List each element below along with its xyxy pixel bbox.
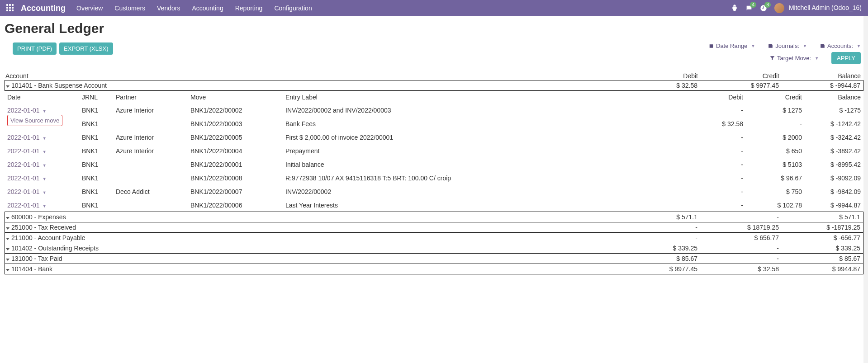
closed-accounts: 600000 - Expenses$ 571.1-$ 571.1251000 -… bbox=[5, 212, 863, 274]
jrnl-cell: BNK1 bbox=[82, 188, 116, 195]
page-title: General Ledger bbox=[5, 21, 863, 36]
move-cell: BNK1/2022/00006 bbox=[190, 202, 285, 209]
app-name[interactable]: Accounting bbox=[21, 4, 66, 13]
lines-header: Date JRNL Partner Move Entry Label Debit… bbox=[5, 91, 863, 104]
print-pdf-button[interactable]: PRINT (PDF) bbox=[13, 42, 57, 55]
credit-cell: $ 656.77 bbox=[697, 234, 779, 241]
move-cell: BNK1/2022/00005 bbox=[190, 134, 285, 141]
date-link[interactable]: 2022-01-01 bbox=[7, 147, 40, 155]
jrnl-cell: BNK1 bbox=[82, 161, 116, 168]
account-row-collapsed[interactable]: 101402 - Outstanding Receipts$ 339.25-$ … bbox=[5, 243, 863, 254]
menu-reporting[interactable]: Reporting bbox=[235, 5, 263, 12]
debit-cell: - bbox=[684, 202, 743, 209]
credit-cell: - bbox=[697, 255, 779, 262]
partner-cell bbox=[116, 202, 190, 209]
debit-cell: - bbox=[684, 134, 743, 141]
caret-down-icon: ▼ bbox=[43, 163, 47, 168]
debit-cell: - bbox=[616, 224, 697, 231]
menu-configuration[interactable]: Configuration bbox=[274, 5, 312, 12]
credit-cell: $ 96.67 bbox=[743, 174, 802, 182]
partner-cell bbox=[116, 174, 190, 182]
date-link[interactable]: 2022-01-01 bbox=[7, 188, 40, 195]
caret-down-icon bbox=[6, 259, 9, 261]
caret-down-icon: ▼ bbox=[43, 109, 47, 113]
menu-customers[interactable]: Customers bbox=[114, 5, 145, 12]
balance-cell: $ -9842.09 bbox=[802, 188, 861, 195]
menu-vendors[interactable]: Vendors bbox=[157, 5, 180, 12]
ledger-line: 2022-01-01▼BNK1BNK1/2022/00008R:9772938 … bbox=[5, 171, 863, 185]
col-line-credit: Credit bbox=[743, 94, 802, 101]
jrnl-cell: BNK1 bbox=[82, 120, 116, 127]
ledger-line: BNK1BNK1/2022/00003Bank Fees$ 32.58-$ -1… bbox=[5, 117, 863, 131]
balance-cell: $ 339.25 bbox=[779, 245, 860, 252]
activities-icon[interactable]: 8 bbox=[760, 5, 767, 12]
entry-cell: R:9772938 10/07 AX 9415116318 T:5 BRT: 1… bbox=[285, 174, 684, 182]
account-row-collapsed[interactable]: 251000 - Tax Received-$ 18719.25$ -18719… bbox=[5, 222, 863, 233]
move-cell: BNK1/2022/00003 bbox=[190, 120, 285, 127]
filter-target-move[interactable]: Target Move:▼ bbox=[769, 55, 819, 61]
filter-accounts[interactable]: Accounts:▼ bbox=[820, 42, 861, 49]
date-link[interactable]: 2022-01-01 bbox=[7, 107, 40, 114]
col-date: Date bbox=[7, 94, 82, 101]
debug-icon[interactable] bbox=[731, 4, 738, 13]
partner-cell: Azure Interior bbox=[116, 107, 190, 114]
ledger-line: 2022-01-01▼BNK1Azure InteriorBNK1/2022/0… bbox=[5, 144, 863, 158]
entry-cell: Initial balance bbox=[285, 161, 684, 168]
account-row-expanded[interactable]: 101401 - Bank Suspense Account $ 32.58 $… bbox=[5, 80, 863, 91]
date-link[interactable]: 2022-01-01 bbox=[7, 174, 40, 182]
filters: Date Range▼ Journals:▼ Accounts:▼ Target… bbox=[708, 42, 863, 64]
caret-down-icon: ▼ bbox=[815, 56, 819, 61]
move-cell: BNK1/2022/00007 bbox=[190, 188, 285, 195]
balance-cell: $ 85.67 bbox=[779, 255, 860, 262]
entry-cell: INV/2022/00002 and INV/2022/00003 bbox=[285, 107, 684, 114]
apps-icon[interactable] bbox=[6, 4, 14, 12]
main-menu: Overview Customers Vendors Accounting Re… bbox=[76, 5, 731, 12]
main-header-row: Account Debit Credit Balance bbox=[5, 71, 863, 80]
debit-cell: - bbox=[684, 188, 743, 195]
debit-cell: - bbox=[684, 107, 743, 114]
filter-journals[interactable]: Journals:▼ bbox=[768, 42, 807, 49]
date-link[interactable]: 2022-01-01 bbox=[7, 161, 40, 168]
caret-down-icon bbox=[6, 217, 9, 219]
entry-cell: Last Year Interests bbox=[285, 202, 684, 209]
activities-badge: 8 bbox=[764, 2, 771, 8]
balance-cell: $ 571.1 bbox=[779, 213, 860, 221]
menu-overview[interactable]: Overview bbox=[76, 5, 103, 12]
jrnl-cell: BNK1 bbox=[82, 107, 116, 114]
menu-accounting[interactable]: Accounting bbox=[192, 5, 223, 12]
account-row-collapsed[interactable]: 131000 - Tax Paid$ 85.67-$ 85.67 bbox=[5, 253, 863, 264]
caret-down-icon: ▼ bbox=[751, 44, 755, 48]
balance-cell: $ -1275 bbox=[802, 107, 861, 114]
messages-icon[interactable]: 4 bbox=[745, 5, 753, 12]
date-link[interactable]: 2022-01-01 bbox=[7, 134, 40, 141]
move-cell: BNK1/2022/00004 bbox=[190, 147, 285, 155]
account-row-collapsed[interactable]: 101404 - Bank$ 9977.45$ 32.58$ 9944.87 bbox=[5, 264, 863, 274]
date-link[interactable]: 2022-01-01 bbox=[7, 202, 40, 209]
credit-cell: $ 32.58 bbox=[697, 265, 779, 273]
caret-down-icon bbox=[6, 248, 9, 250]
view-source-move-link[interactable]: View Source move bbox=[7, 115, 62, 126]
caret-down-icon bbox=[6, 269, 9, 271]
credit-cell: - bbox=[697, 213, 779, 221]
export-xlsx-button[interactable]: EXPORT (XLSX) bbox=[59, 42, 113, 55]
debit-cell: $ 32.58 bbox=[684, 120, 743, 127]
debit-cell: $ 85.67 bbox=[616, 255, 697, 262]
balance-cell: $ -9944.87 bbox=[802, 202, 861, 209]
col-jrnl: JRNL bbox=[82, 94, 116, 101]
move-cell: BNK1/2022/00002 bbox=[190, 107, 285, 114]
account-row-collapsed[interactable]: 211000 - Account Payable-$ 656.77$ -656.… bbox=[5, 232, 863, 243]
credit-cell: $ 750 bbox=[743, 188, 802, 195]
apply-button[interactable]: APPLY bbox=[831, 52, 861, 64]
user-menu[interactable]: Mitchell Admin (Odoo_16) bbox=[774, 3, 862, 13]
user-name: Mitchell Admin (Odoo_16) bbox=[789, 4, 862, 11]
credit-cell: $ 1275 bbox=[743, 107, 802, 114]
balance-cell: $ 9944.87 bbox=[779, 265, 860, 273]
credit-cell: $ 650 bbox=[743, 147, 802, 155]
filter-date-range[interactable]: Date Range▼ bbox=[708, 42, 755, 49]
account-row-collapsed[interactable]: 600000 - Expenses$ 571.1-$ 571.1 bbox=[5, 212, 863, 222]
col-line-balance: Balance bbox=[802, 94, 861, 101]
col-account: Account bbox=[5, 72, 617, 80]
ledger-line: 2022-01-01▼BNK1BNK1/2022/00001Initial ba… bbox=[5, 158, 863, 171]
balance-cell: $ -8995.42 bbox=[802, 161, 861, 168]
top-nav: Accounting Overview Customers Vendors Ac… bbox=[0, 0, 868, 16]
